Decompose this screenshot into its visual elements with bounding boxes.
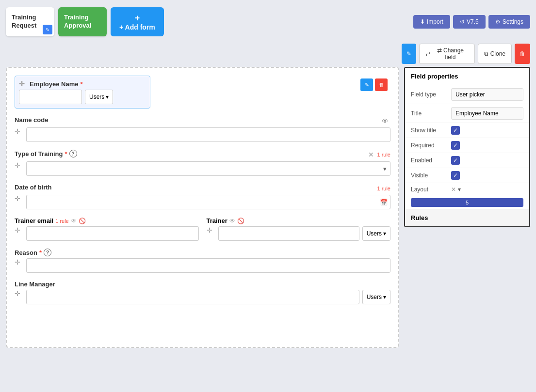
line-manager-drag[interactable]: ✛ (15, 290, 20, 298)
change-field-icon: ⇄ (425, 50, 430, 57)
show-title-label: Show title (411, 127, 447, 134)
date-of-birth-rule-count: 1 rule (377, 186, 390, 191)
show-title-checkmark: ✓ (453, 127, 458, 134)
title-value-wrapper (451, 107, 523, 120)
reason-label: Reason * ? (15, 249, 390, 256)
trainer-email-input[interactable] (26, 226, 199, 241)
tab-training-approval-label: TrainingApproval (64, 14, 91, 30)
trainer-email-row: ✛ (15, 226, 199, 241)
layout-bar: 5 (411, 198, 523, 207)
line-manager-label: Line Manager (15, 281, 390, 288)
required-checkbox-wrapper: ✓ (451, 141, 523, 150)
version-label: V7.5 (467, 18, 479, 25)
version-button[interactable]: ↺ V7.5 (453, 15, 486, 29)
form-container: ✛ Employee Name * Users ▾ ✎ 🗑 (6, 67, 399, 348)
edit-field-button[interactable]: ✎ (402, 44, 416, 64)
top-right-actions: ⬇ Import ↺ V7.5 ⚙ Settings (413, 15, 530, 29)
type-of-training-select-wrapper: ▾ (26, 161, 390, 176)
name-code-row: ✛ (15, 127, 390, 142)
layout-label: Layout (411, 186, 447, 193)
line-manager-input[interactable] (26, 290, 359, 304)
field-type-label: Field type (411, 91, 447, 98)
date-of-birth-input[interactable] (26, 195, 390, 209)
visible-checkbox[interactable]: ✓ (451, 171, 460, 180)
show-title-checkbox[interactable]: ✓ (451, 126, 460, 135)
col-trainer-email: Trainer email 1 rule 👁 🚫 ✛ (15, 217, 199, 241)
type-of-training-drag[interactable]: ✛ (15, 161, 20, 169)
required-label: Required (411, 142, 447, 149)
employee-name-drag[interactable]: ✛ (19, 80, 25, 88)
prop-row-enabled: Enabled ✓ (405, 153, 529, 168)
settings-label: Settings (503, 18, 523, 25)
field-type-value-wrapper (451, 88, 523, 101)
type-of-training-rule-count: 1 rule (377, 152, 390, 157)
change-field-label: ⇄ Change field (432, 47, 469, 61)
field-row-line-manager: Line Manager ✛ Users ▾ (15, 281, 390, 304)
reason-input[interactable] (26, 258, 390, 273)
properties-panel: Field properties Field type Title Show t… (404, 67, 530, 227)
employee-name-edit-btn[interactable]: ✎ (360, 78, 373, 91)
title-label: Title (411, 110, 447, 117)
line-manager-users-btn[interactable]: Users ▾ (362, 290, 390, 304)
clone-label: Clone (490, 50, 505, 57)
tab-training-request-edit[interactable]: ✎ (43, 25, 52, 34)
visible-checkbox-wrapper: ✓ (451, 171, 523, 180)
add-form-button[interactable]: + + Add form (111, 7, 164, 36)
clone-icon: ⧉ (484, 50, 488, 57)
name-code-drag[interactable]: ✛ (15, 127, 20, 135)
type-of-training-help-icon[interactable]: ? (69, 150, 77, 157)
trainer-row: ✛ Users ▾ (207, 226, 391, 241)
field-type-input[interactable] (451, 88, 523, 101)
trainer-email-ban-icon[interactable]: 🚫 (79, 218, 86, 224)
trainer-drag[interactable]: ✛ (207, 226, 212, 234)
employee-name-users-btn[interactable]: Users ▾ (85, 90, 113, 104)
form-area: ✛ Employee Name * Users ▾ ✎ 🗑 (6, 67, 399, 392)
visible-label: Visible (411, 172, 447, 179)
trainer-label-row: Trainer 👁 🚫 (207, 217, 391, 224)
tab-training-approval[interactable]: TrainingApproval (58, 7, 107, 36)
top-bar: TrainingRequest ✎ TrainingApproval + + A… (0, 0, 536, 44)
title-input[interactable] (451, 107, 523, 120)
name-code-label: Name code (15, 116, 48, 124)
trainer-users-btn[interactable]: Users ▾ (362, 226, 390, 241)
name-code-visibility-icon[interactable]: 👁 (382, 117, 389, 125)
layout-clear-icon[interactable]: ✕ (451, 186, 456, 193)
settings-button[interactable]: ⚙ Settings (488, 15, 530, 29)
reason-row: ✛ (15, 258, 390, 273)
type-of-training-label: Type of Training * ? (15, 150, 77, 157)
employee-name-delete-btn[interactable]: 🗑 (375, 78, 388, 91)
visible-checkmark: ✓ (453, 172, 458, 179)
main-layout: ✛ Employee Name * Users ▾ ✎ 🗑 (0, 67, 536, 392)
two-col-row-trainer: Trainer email 1 rule 👁 🚫 ✛ Trainer 👁 � (15, 217, 390, 241)
reason-help-icon[interactable]: ? (44, 249, 51, 256)
required-checkbox[interactable]: ✓ (451, 141, 460, 150)
import-button[interactable]: ⬇ Import (413, 15, 450, 29)
change-field-button[interactable]: ⇄ ⇄ Change field (419, 44, 475, 64)
name-code-input[interactable] (26, 127, 390, 142)
trainer-email-label-row: Trainer email 1 rule 👁 🚫 (15, 217, 199, 224)
trainer-email-visibility-icon[interactable]: 👁 (71, 218, 77, 224)
layout-controls: ✕ ▾ (451, 186, 523, 193)
type-of-training-row: ✛ ▾ (15, 161, 390, 176)
required-checkmark: ✓ (453, 142, 458, 149)
trainer-email-drag[interactable]: ✛ (15, 226, 20, 234)
enabled-checkbox[interactable]: ✓ (451, 156, 460, 165)
delete-field-button[interactable]: 🗑 (515, 44, 530, 64)
tab-training-request[interactable]: TrainingRequest ✎ (6, 7, 54, 36)
employee-name-input[interactable] (19, 90, 82, 104)
trainer-ban-icon[interactable]: 🚫 (237, 218, 244, 224)
layout-bar-row: 5 (405, 196, 529, 209)
type-of-training-select[interactable] (26, 161, 390, 176)
reason-drag[interactable]: ✛ (15, 258, 20, 266)
prop-row-title: Title (405, 104, 529, 123)
trainer-input[interactable] (218, 226, 359, 241)
layout-expand-icon[interactable]: ▾ (458, 186, 461, 193)
show-title-checkbox-wrapper: ✓ (451, 126, 523, 135)
trainer-email-rule-count: 1 rule (55, 218, 69, 224)
prop-row-required: Required ✓ (405, 138, 529, 153)
date-of-birth-drag[interactable]: ✛ (15, 195, 20, 203)
clone-button[interactable]: ⧉ Clone (478, 44, 512, 64)
trainer-visibility-icon[interactable]: 👁 (229, 218, 235, 224)
import-label: Import (427, 18, 443, 25)
type-of-training-close-btn[interactable]: ✕ (368, 151, 374, 158)
